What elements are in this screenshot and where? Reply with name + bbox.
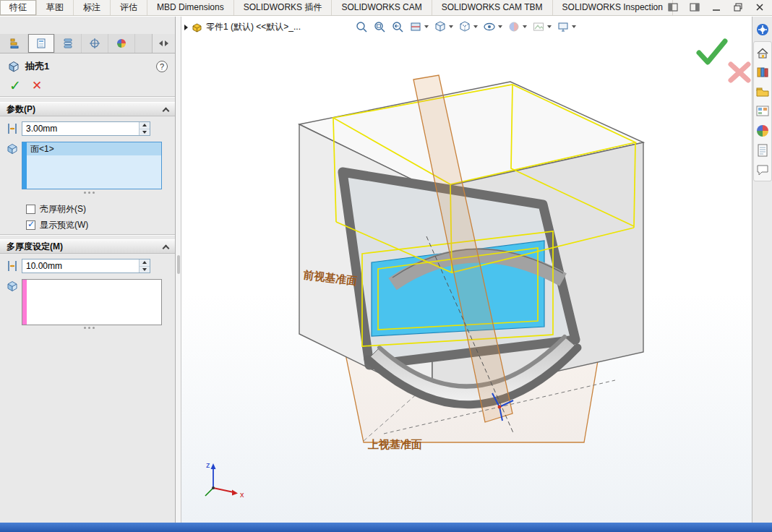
previous-view-icon[interactable] [391,20,404,33]
view-settings-icon[interactable] [557,20,570,33]
tab-sketch[interactable]: 草图 [37,0,74,15]
splitter-grip[interactable] [177,255,180,274]
confirm-ok-button[interactable] [699,41,725,62]
section-parameters-title: 参数(P) [7,103,35,116]
dropdown-caret-icon[interactable] [424,25,429,28]
apply-scene-icon[interactable] [532,20,545,33]
custom-properties-icon[interactable] [755,143,770,158]
zoom-fit-icon[interactable] [355,20,368,33]
file-explorer-icon[interactable] [755,85,770,99]
help-button[interactable]: ? [156,61,168,72]
display-pie-icon [116,38,127,49]
zoom-area-icon[interactable] [373,20,386,33]
tab-displaymanager[interactable] [108,34,135,53]
comments-icon[interactable] [755,163,770,177]
show-preview-label: 显示预览(W) [40,219,88,231]
restore-icon[interactable] [732,2,745,12]
document-breadcrumb[interactable]: 零件1 (默认) <<默认>_... [184,21,301,33]
section-parameters-header[interactable]: 参数(P) [0,102,175,116]
close-icon[interactable] [753,2,766,12]
feature-tree-icon [9,38,20,49]
multi-thickness-spinner[interactable] [139,259,150,273]
confirm-cancel-button[interactable] [731,64,748,80]
property-form-icon [35,38,47,49]
dropdown-caret-icon[interactable] [547,25,552,28]
display-style-icon[interactable] [458,20,471,33]
face-select-icon [6,279,19,292]
feature-header: 抽壳1 ? [0,58,175,75]
tab-solidworks-cam[interactable]: SOLIDWORKS CAM [332,0,432,15]
tab-features[interactable]: 特征 [0,0,37,15]
listbox-resize-handle[interactable] [84,192,95,194]
scroll-right-icon [165,40,168,46]
manager-tab-scroll-arrows[interactable] [152,34,175,53]
spin-down-icon [142,131,147,134]
dropdown-caret-icon[interactable] [473,25,478,28]
tab-solidworks-addins[interactable]: SOLIDWORKS 插件 [234,0,333,15]
solidworks-window: 特征 草图 标注 评估 MBD Dimensions SOLIDWORKS 插件… [0,0,772,532]
view-triad: z x [205,460,244,499]
divider [0,234,175,236]
tab-propertymanager[interactable] [28,34,55,53]
expand-tree-icon[interactable] [184,25,188,30]
axis-x-label: x [240,490,244,499]
multi-thickness-faces-listbox[interactable] [22,279,162,325]
status-bar [0,523,772,532]
tab-mbd-dimensions[interactable]: MBD Dimensions [147,0,234,15]
view-orientation-icon[interactable] [434,20,447,33]
pane-right-icon[interactable] [688,2,701,12]
shell-outward-label: 壳厚朝外(S) [40,203,86,215]
tab-markup[interactable]: 标注 [74,0,111,15]
face-selection-row: 面<1> [6,142,162,189]
command-tab-bar: 特征 草图 标注 评估 MBD Dimensions SOLIDWORKS 插件… [0,0,772,16]
tab-configurationmanager[interactable] [55,34,82,53]
model-scene[interactable]: 前视基准面 上视基准面 z x [181,33,752,523]
show-preview-row: 显示预览(W) [26,219,88,231]
tab-dimxpertmanager[interactable] [82,34,108,53]
checkbox-shell-outward[interactable] [26,205,35,214]
appearances-icon[interactable] [755,124,770,138]
thickness-spinner[interactable] [139,122,150,135]
dropdown-caret-icon[interactable] [498,25,502,28]
dropdown-caret-icon[interactable] [572,25,576,28]
thickness-input[interactable]: 3.00mm [22,121,150,136]
pane-left-icon[interactable] [666,2,679,12]
panel-splitter[interactable] [176,17,181,523]
multi-thickness-row: 10.00mm [6,259,150,273]
cancel-button[interactable]: ✕ [32,79,42,93]
home-icon[interactable] [755,46,770,60]
tab-evaluate[interactable]: 评估 [111,0,147,15]
minimize-icon[interactable] [710,2,723,12]
dropdown-caret-icon[interactable] [449,25,453,28]
scroll-left-icon [159,40,163,46]
multi-face-selection-row [6,279,162,325]
edit-appearance-icon[interactable] [507,20,520,33]
tab-solidworks-cam-tbm[interactable]: SOLIDWORKS CAM TBM [432,0,553,15]
checkbox-show-preview[interactable] [26,220,35,230]
hide-show-items-icon[interactable] [483,20,496,33]
window-controls [666,2,766,12]
view-palette-icon[interactable] [755,104,770,119]
confirmation-corner [699,41,748,80]
tab-featuremanager-tree[interactable] [1,34,28,53]
solidworks-resources-icon[interactable] [755,22,770,37]
multi-thickness-input[interactable]: 10.00mm [22,259,150,273]
listbox-resize-handle[interactable] [84,327,95,329]
spin-up-icon [142,261,147,264]
multi-selection-stripe [22,280,27,325]
design-library-icon[interactable] [755,65,770,80]
faces-to-remove-listbox[interactable]: 面<1> [22,142,162,189]
graphics-area[interactable]: 零件1 (默认) <<默认>_... [181,17,752,523]
task-pane-icon-group [753,41,772,181]
thickness-row: 3.00mm [6,121,150,136]
divider [0,96,175,98]
dimxpert-icon [89,38,100,49]
ok-button[interactable]: ✓ [9,79,21,93]
section-view-icon[interactable] [409,20,422,33]
section-multithickness-header[interactable]: 多厚度设定(M) [0,239,175,254]
multi-thickness-icon [6,259,19,273]
tab-solidworks-inspection[interactable]: SOLIDWORKS Inspection [553,0,673,15]
top-plane-label: 上视基准面 [367,438,422,450]
selected-face-item[interactable]: 面<1> [27,142,161,155]
dropdown-caret-icon[interactable] [523,25,527,28]
